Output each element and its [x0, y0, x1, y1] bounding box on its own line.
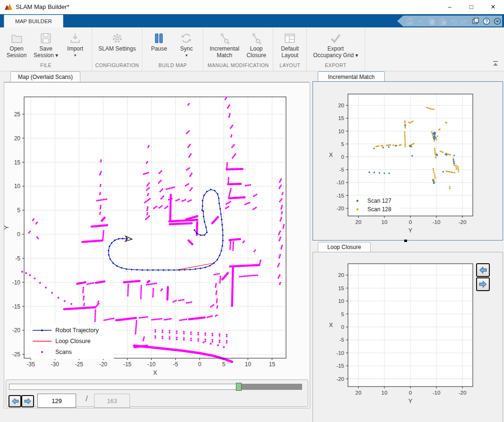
copy-quick-access-button[interactable] [427, 17, 436, 26]
svg-text:Scans: Scans [55, 349, 72, 355]
y-axis-label: X [329, 322, 333, 328]
plot-legend: Scan 127Scan 128 [349, 196, 400, 215]
collapse-ribbon-button[interactable] [492, 60, 499, 67]
ribbon-section-label: MANUAL MODIFICATION [203, 62, 273, 71]
arrow-left-icon [11, 398, 19, 405]
help-quick-access-button[interactable]: ? [482, 17, 491, 26]
svg-text:-20: -20 [459, 219, 467, 225]
import-button[interactable]: Import▾ [62, 30, 88, 60]
loop-closure-button[interactable]: LoopClosure [243, 30, 269, 60]
previous-scan-button[interactable] [9, 395, 21, 407]
paste-quick-access-button[interactable] [438, 17, 447, 26]
ribbon-button-label: ExportOccupancy Grid ▾ [313, 45, 358, 59]
maximize-button[interactable]: □ [461, 0, 482, 14]
ribbon-button-label: Import▾ [67, 45, 83, 59]
export-occupancy-grid-button[interactable]: ExportOccupancy Grid ▾ [311, 30, 360, 60]
collapse-ribbon-icon [493, 61, 498, 62]
svg-text:-35: -35 [27, 361, 35, 368]
tab-map-overlaid-scans[interactable]: Map (Overlaid Scans) [10, 71, 80, 83]
svg-text:0: 0 [409, 219, 412, 225]
svg-text:0: 0 [341, 154, 344, 160]
save-session-button[interactable]: SaveSession ▾ [31, 30, 61, 60]
save-icon [40, 31, 52, 45]
ribbon-group-layout: DefaultLayoutLAYOUT [273, 27, 307, 71]
ribbon-button-label: SLAM Settings [98, 45, 136, 52]
ribbon-section-label: FILE [0, 62, 92, 71]
svg-text:-10: -10 [12, 279, 21, 286]
next-loop-closure-button[interactable] [476, 277, 490, 291]
svg-text:✂: ✂ [418, 17, 424, 25]
slam-settings-button[interactable]: SLAM Settings [96, 30, 138, 53]
tab-map-builder[interactable]: MAP BUILDER [4, 15, 63, 28]
layout-icon [284, 31, 296, 45]
svg-text:-20: -20 [12, 327, 21, 334]
x-axis-label: X [153, 369, 157, 376]
svg-text:-10: -10 [148, 361, 156, 368]
ribbon-button-label: LoopClosure [246, 45, 266, 59]
loop_closure-svg: 20100-10-20-20-15-10-505101520YX [313, 252, 502, 421]
arrow-left-icon [479, 267, 487, 274]
svg-text:-20: -20 [336, 376, 344, 382]
ribbon-toolstrip: OpenSessionSaveSession ▾Import▾FILESLAM … [0, 27, 504, 71]
import-icon [69, 31, 81, 45]
svg-text:Robot Trajectory: Robot Trajectory [55, 327, 99, 334]
window-title: SLAM Map Builder* [16, 3, 69, 10]
current-scan-input[interactable] [37, 394, 76, 408]
sync-button[interactable]: Sync▾ [174, 30, 199, 60]
open-session-button[interactable]: OpenSession [4, 30, 29, 60]
title-bar: SLAM Map Builder* – □ ✕ [0, 0, 504, 14]
minimize-button[interactable]: – [439, 0, 461, 14]
ribbon-section-label: BUILD MAP [142, 62, 203, 71]
svg-text:-5: -5 [339, 337, 344, 343]
svg-text:-20: -20 [459, 390, 467, 396]
pause-button[interactable]: Pause [146, 30, 172, 53]
next-scan-button[interactable] [21, 395, 34, 407]
toolstrip-tab-bar: MAP BUILDER ✂? [0, 14, 504, 27]
svg-text:5: 5 [341, 141, 344, 147]
save-quick-access-button[interactable] [405, 17, 414, 26]
ribbon-group-configuration: SLAM SettingsCONFIGURATION [92, 27, 142, 71]
windows-quick-access-button[interactable] [471, 17, 480, 26]
cut-quick-access-button[interactable]: ✂ [416, 17, 425, 26]
tab-loop-closure[interactable]: Loop Closure [318, 242, 371, 252]
close-button[interactable]: ✕ [482, 0, 504, 14]
ribbon-group-export: ExportOccupancy Grid ▾EXPORT [307, 27, 365, 71]
svg-text:10: 10 [245, 361, 252, 368]
y-axis-label: X [329, 152, 333, 158]
arrow-right-icon [24, 398, 32, 405]
undo-quick-access-button[interactable] [449, 17, 458, 26]
svg-text:5: 5 [341, 311, 344, 317]
svg-text:10: 10 [14, 183, 21, 189]
scan-slider[interactable] [9, 384, 302, 390]
redo-quick-access-button[interactable] [460, 17, 469, 26]
scan-navigation-box: / [6, 379, 308, 407]
map-plot-canvas[interactable]: -35-30-25-20-15-10-5051015-25-20-15-10-5… [4, 83, 309, 379]
folder-icon [10, 31, 23, 45]
ribbon-button-label: Pause [151, 45, 167, 52]
incremental-match-button[interactable]: IncrementalMatch [207, 30, 242, 60]
previous-loop-closure-button[interactable] [476, 263, 490, 277]
ribbon-button-label: DefaultLayout [281, 45, 299, 59]
svg-text:0: 0 [409, 390, 412, 396]
incremental-match-plot-canvas[interactable]: 20100-10-20-20-15-10-505101520YXScan 127… [313, 82, 502, 239]
default-layout-button[interactable]: DefaultLayout [277, 30, 303, 60]
ribbon-button-label: Sync▾ [180, 45, 193, 59]
ribbon-section-label: CONFIGURATION [92, 62, 142, 71]
quick-access-toolbar: ✂? [397, 16, 502, 26]
ribbon-group-manual-modification: IncrementalMatchLoopClosureMANUAL MODIFI… [203, 27, 273, 71]
svg-text:25: 25 [14, 111, 21, 118]
panel-splitter-grip[interactable] [404, 240, 407, 242]
scan-slider-thumb[interactable] [236, 383, 242, 391]
tab-incremental-match[interactable]: Incremental Match [318, 71, 385, 82]
dropdown-quick-access-button[interactable] [493, 17, 502, 26]
svg-text:10: 10 [338, 129, 344, 134]
svg-text:0: 0 [17, 231, 20, 238]
svg-text:10: 10 [382, 219, 388, 225]
svg-text:15: 15 [338, 285, 344, 291]
svg-text:15: 15 [14, 159, 21, 166]
total-scans-field[interactable] [94, 394, 130, 408]
svg-text:-20: -20 [336, 206, 344, 211]
ribbon-group-file: OpenSessionSaveSession ▾Import▾FILE [0, 27, 92, 71]
svg-text:Scan 127: Scan 127 [367, 198, 391, 204]
loop-closure-plot-canvas[interactable]: 20100-10-20-20-15-10-505101520YX [313, 252, 502, 421]
